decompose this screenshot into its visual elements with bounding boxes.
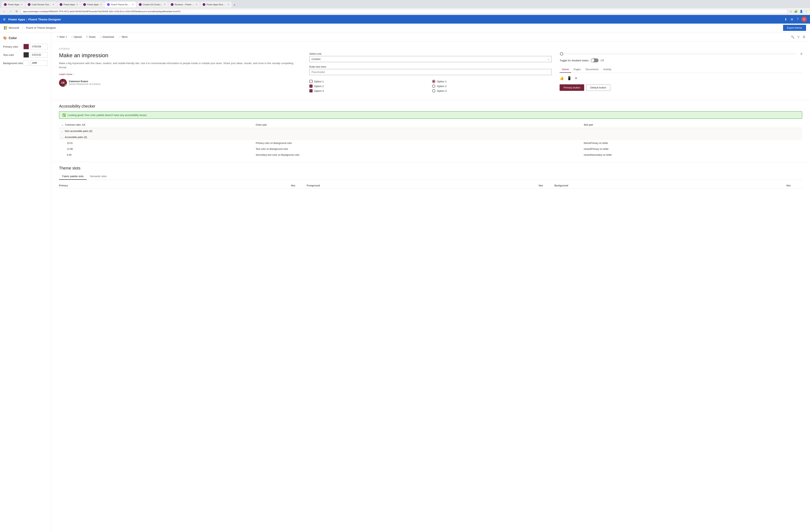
slider-thumb[interactable] bbox=[560, 52, 563, 55]
radio-row-3: Option 3 bbox=[432, 89, 552, 93]
layout-toolbar-button[interactable]: ☰ bbox=[802, 35, 806, 39]
slider-track[interactable] bbox=[560, 54, 796, 54]
reload-button[interactable]: ↻ bbox=[15, 10, 19, 13]
background-color-input[interactable] bbox=[30, 60, 48, 66]
browser-tab-2[interactable]: Code Review Tool Experim... ✕ bbox=[26, 2, 57, 7]
text-color-input[interactable] bbox=[30, 52, 48, 57]
tab-close-3[interactable]: ✕ bbox=[76, 3, 78, 6]
default-button[interactable]: Default button bbox=[586, 84, 610, 91]
slot-pair-1: themePrimary on white bbox=[581, 140, 802, 146]
browser-tab-5[interactable]: Fluent Theme Designer - ✕ bbox=[104, 2, 136, 7]
non-accessible-section-row: ⌄ Non accessible pairs (0) bbox=[59, 128, 802, 134]
radio-2[interactable] bbox=[432, 85, 435, 88]
button-row: Primary button Default button bbox=[560, 84, 802, 91]
theme-slots-section: Theme slots Fabric palette slots Semanti… bbox=[51, 162, 810, 192]
more-icon: ··· bbox=[119, 35, 121, 38]
learn-more-link[interactable]: Learn more › bbox=[59, 73, 74, 76]
demo-avatar-row: CE Cameron Evans Senior Researcher at Co… bbox=[59, 79, 302, 87]
share-button[interactable]: ⤴ Share bbox=[84, 34, 98, 39]
toggle-state: Off bbox=[600, 59, 604, 62]
app-header-actions: ⬇ ⚙ ? U bbox=[784, 17, 807, 22]
avatar[interactable]: U bbox=[801, 17, 807, 22]
tab-close-1[interactable]: ✕ bbox=[21, 3, 22, 6]
browser-tab-7[interactable]: Reviews – Power Apps ✕ bbox=[168, 2, 200, 7]
slider-value: 0 bbox=[798, 52, 802, 55]
upload-button[interactable]: ↑ Upload bbox=[69, 34, 84, 39]
address-input[interactable] bbox=[20, 9, 788, 14]
browser-tab-1[interactable]: Power Apps ✕ bbox=[2, 2, 25, 7]
browser-tab-6[interactable]: Creator Kit Control Refere... ✕ bbox=[136, 2, 168, 7]
primary-color-input[interactable] bbox=[30, 44, 48, 49]
waffle-icon[interactable]: ⊞ bbox=[3, 18, 5, 21]
back-button[interactable]: ← bbox=[2, 10, 7, 13]
radio-3[interactable] bbox=[432, 89, 435, 93]
asterisk-icon-button[interactable]: ✳ bbox=[574, 76, 578, 80]
plus-icon: + bbox=[57, 35, 59, 38]
slot-tab-fabric[interactable]: Fabric palette slots bbox=[59, 173, 87, 180]
slot-tab-semantic[interactable]: Semantic slots bbox=[87, 173, 110, 180]
primary-color-label: Primary color bbox=[3, 45, 23, 48]
learn-more-text: Learn more bbox=[59, 73, 72, 76]
radio-row-1: Option 1 bbox=[432, 80, 552, 83]
sub-header: Microsoft | Fluent UI Theme Designer Exp… bbox=[0, 23, 810, 32]
extensions-button[interactable]: 🧩 bbox=[794, 10, 798, 13]
demo-headline: Make an impression bbox=[59, 52, 302, 59]
forward-button[interactable]: → bbox=[8, 10, 13, 13]
radio-1[interactable] bbox=[432, 80, 435, 83]
tab-close-4[interactable]: ✕ bbox=[100, 3, 102, 6]
demo-avatar: CE bbox=[59, 79, 67, 87]
th-slot-pair: Slot pair bbox=[581, 122, 802, 128]
nav-tab-documents[interactable]: Documents bbox=[583, 66, 601, 73]
select-dropdown[interactable]: Content bbox=[309, 56, 552, 62]
more-button[interactable]: ··· More bbox=[117, 34, 129, 39]
tab-close-6[interactable]: ✕ bbox=[164, 3, 166, 6]
checkbox-row-2: ✓ Option 2 bbox=[309, 85, 429, 88]
primary-color-row: Primary color bbox=[3, 44, 48, 49]
browser-tab-8[interactable]: Power Apps Review Tool – ✕ bbox=[200, 2, 232, 7]
download-button[interactable]: ↓ Download bbox=[98, 34, 116, 39]
download-icon: ↓ bbox=[100, 35, 102, 38]
demo-content: STORIES Make an impression Make a big im… bbox=[51, 42, 810, 100]
search-toolbar-button[interactable]: 🔍 bbox=[790, 35, 795, 39]
text-input[interactable] bbox=[309, 69, 552, 75]
tab-close-2[interactable]: ✕ bbox=[52, 3, 54, 6]
toolbar: + New ▾ ↑ Upload ⤴ Share ↓ Download ··· … bbox=[51, 32, 810, 42]
help-icon-button[interactable]: ? bbox=[796, 17, 799, 22]
toggle-row: Toggle for disabled states Off bbox=[560, 59, 802, 62]
checkbox-1[interactable] bbox=[309, 80, 312, 83]
thumbs-up-icon-button[interactable]: 👍 bbox=[560, 76, 564, 80]
nav-tab-pages[interactable]: Pages bbox=[571, 66, 583, 73]
profile-button[interactable]: 👤 bbox=[799, 10, 803, 13]
color-pair-3: Secondary text color on Background color bbox=[253, 152, 581, 158]
nav-tab-activity[interactable]: Activity bbox=[601, 66, 614, 73]
toggle[interactable] bbox=[591, 59, 599, 62]
success-icon: ✅ bbox=[62, 113, 66, 117]
primary-button[interactable]: Primary button bbox=[560, 84, 584, 91]
tab-close-7[interactable]: ✕ bbox=[195, 3, 197, 6]
text-color-swatch[interactable] bbox=[23, 52, 29, 57]
new-button[interactable]: + New ▾ bbox=[55, 34, 69, 39]
bookmark-button[interactable]: ☆ bbox=[789, 10, 793, 13]
nav-tab-home[interactable]: Home bbox=[560, 66, 571, 73]
color-pair-2: Text color on Background color bbox=[253, 146, 581, 152]
filter-toolbar-button[interactable]: ▽ bbox=[797, 35, 800, 39]
new-tab-button[interactable]: + bbox=[232, 2, 237, 7]
menu-button[interactable]: ⋮ bbox=[805, 10, 808, 13]
settings-icon-button[interactable]: ⚙ bbox=[790, 17, 794, 22]
background-color-swatch[interactable] bbox=[23, 60, 29, 66]
checkbox-3[interactable]: ✓ bbox=[309, 89, 312, 93]
download-icon-button[interactable]: ⬇ bbox=[784, 17, 788, 22]
checkbox-2[interactable]: ✓ bbox=[309, 85, 312, 88]
browser-tab-4[interactable]: Power Apps ✕ bbox=[81, 2, 104, 7]
slot-col-hex3: Hex bbox=[787, 184, 802, 187]
tab-close-8[interactable]: ✕ bbox=[227, 3, 229, 6]
browser-tab-3[interactable]: Power Apps ✕ bbox=[57, 2, 81, 7]
mobile-icon-button[interactable]: 📱 bbox=[567, 76, 571, 80]
export-theme-button[interactable]: Export theme bbox=[783, 25, 806, 31]
demo-col-form: Select one Content Enter text here bbox=[309, 52, 552, 94]
primary-color-swatch[interactable] bbox=[23, 44, 29, 49]
tab-close-5[interactable]: ✕ bbox=[132, 3, 134, 6]
nav-tabs: Home Pages Documents Activity bbox=[560, 66, 802, 73]
demo-grid: Make an impression Make a big impression… bbox=[59, 52, 802, 94]
color-pair-1: Primary color on Background color bbox=[253, 140, 581, 146]
